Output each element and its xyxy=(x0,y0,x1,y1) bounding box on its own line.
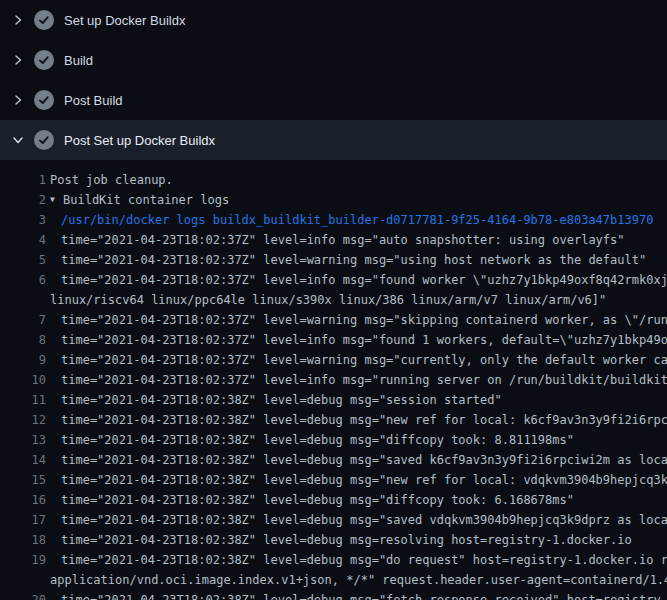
log-line-text: time="2021-04-23T18:02:37Z" level=warnin… xyxy=(61,310,667,330)
log-line: 17 time="2021-04-23T18:02:38Z" level=deb… xyxy=(0,510,667,530)
step-row-post-build[interactable]: Post Build xyxy=(0,80,667,120)
log-line-number[interactable]: 4 xyxy=(0,230,46,250)
log-line-text: time="2021-04-23T18:02:38Z" level=debug … xyxy=(61,490,667,510)
log-line: 1 Post job cleanup. xyxy=(0,170,667,190)
log-line: 13 time="2021-04-23T18:02:38Z" level=deb… xyxy=(0,430,667,450)
log-line-text[interactable]: BuildKit container logs xyxy=(63,190,667,210)
log-line-text: time="2021-04-23T18:02:37Z" level=info m… xyxy=(61,270,667,290)
log-line: 5 time="2021-04-23T18:02:37Z" level=warn… xyxy=(0,250,667,270)
log-line-text: time="2021-04-23T18:02:38Z" level=debug … xyxy=(61,430,667,450)
log-line-text: time="2021-04-23T18:02:37Z" level=warnin… xyxy=(61,350,667,370)
log-line: 15 time="2021-04-23T18:02:38Z" level=deb… xyxy=(0,470,667,490)
check-circle-icon xyxy=(34,130,54,150)
log-line-number[interactable]: 19 xyxy=(0,550,46,570)
log-line-text: time="2021-04-23T18:02:38Z" level=debug … xyxy=(61,530,667,550)
log-line-text: time="2021-04-23T18:02:38Z" level=debug … xyxy=(61,510,667,530)
check-circle-icon xyxy=(34,10,54,30)
log-line-text: application/vnd.oci.image.index.v1+json,… xyxy=(50,570,667,590)
step-label: Build xyxy=(64,53,93,68)
log-line: 16 time="2021-04-23T18:02:38Z" level=deb… xyxy=(0,490,667,510)
step-label: Post Build xyxy=(64,93,123,108)
log-line: 9 time="2021-04-23T18:02:37Z" level=warn… xyxy=(0,350,667,370)
log-line-text: time="2021-04-23T18:02:38Z" level=debug … xyxy=(61,410,667,430)
log-line-text: linux/riscv64 linux/ppc64le linux/s390x … xyxy=(50,290,667,310)
check-circle-icon xyxy=(34,90,54,110)
log-line-number[interactable]: 9 xyxy=(0,350,46,370)
log-line-number[interactable]: 15 xyxy=(0,470,46,490)
log-line: 3 /usr/bin/docker logs buildx_buildkit_b… xyxy=(0,210,667,230)
chevron-down-icon xyxy=(12,134,24,146)
log-line-text: time="2021-04-23T18:02:37Z" level=warnin… xyxy=(61,250,667,270)
step-row-post-set-up-docker-buildx[interactable]: Post Set up Docker Buildx xyxy=(0,120,667,160)
log-line-text: time="2021-04-23T18:02:37Z" level=info m… xyxy=(61,330,667,350)
log-line-number[interactable]: 5 xyxy=(0,250,46,270)
log-line-number[interactable]: 18 xyxy=(0,530,46,550)
collapse-triangle-icon[interactable]: ▼ xyxy=(50,190,60,210)
log-line: 18 time="2021-04-23T18:02:38Z" level=deb… xyxy=(0,530,667,550)
log-line-number[interactable]: 11 xyxy=(0,390,46,410)
log-line: 19 time="2021-04-23T18:02:38Z" level=deb… xyxy=(0,550,667,570)
log-line-number[interactable]: 14 xyxy=(0,450,46,470)
log-line-text: time="2021-04-23T18:02:38Z" level=debug … xyxy=(61,590,667,600)
log-line-text: time="2021-04-23T18:02:38Z" level=debug … xyxy=(61,390,667,410)
log-line-number[interactable]: 6 xyxy=(0,270,46,290)
log-line-number[interactable]: 8 xyxy=(0,330,46,350)
log-line-number[interactable] xyxy=(0,290,46,310)
log-line-number[interactable]: 16 xyxy=(0,490,46,510)
chevron-right-icon xyxy=(12,14,24,26)
log-line-number[interactable]: 2 xyxy=(0,190,46,210)
log-line: 12 time="2021-04-23T18:02:38Z" level=deb… xyxy=(0,410,667,430)
log-line-number[interactable]: 13 xyxy=(0,430,46,450)
log-line: 11 time="2021-04-23T18:02:38Z" level=deb… xyxy=(0,390,667,410)
log-line: 4 time="2021-04-23T18:02:37Z" level=info… xyxy=(0,230,667,250)
log-line: 8 time="2021-04-23T18:02:37Z" level=info… xyxy=(0,330,667,350)
chevron-right-icon xyxy=(12,94,24,106)
log-line-text: time="2021-04-23T18:02:38Z" level=debug … xyxy=(61,550,667,570)
check-circle-icon xyxy=(34,50,54,70)
log-line-text: time="2021-04-23T18:02:37Z" level=info m… xyxy=(61,230,667,250)
log-line-number[interactable]: 1 xyxy=(0,170,46,190)
log-line: 10 time="2021-04-23T18:02:37Z" level=inf… xyxy=(0,370,667,390)
log-viewer: 1 Post job cleanup. 2 ▼ BuildKit contain… xyxy=(0,160,667,600)
step-row-build[interactable]: Build xyxy=(0,40,667,80)
chevron-right-icon xyxy=(12,54,24,66)
log-line-number[interactable]: 3 xyxy=(0,210,46,230)
log-line: 14 time="2021-04-23T18:02:38Z" level=deb… xyxy=(0,450,667,470)
log-line: linux/riscv64 linux/ppc64le linux/s390x … xyxy=(0,290,667,310)
log-line: 20 time="2021-04-23T18:02:38Z" level=deb… xyxy=(0,590,667,600)
log-line: 2 ▼ BuildKit container logs xyxy=(0,190,667,210)
log-line-text: time="2021-04-23T18:02:37Z" level=info m… xyxy=(61,370,667,390)
log-line-number[interactable]: 12 xyxy=(0,410,46,430)
log-line: application/vnd.oci.image.index.v1+json,… xyxy=(0,570,667,590)
log-line-number[interactable]: 7 xyxy=(0,310,46,330)
log-line-text: /usr/bin/docker logs buildx_buildkit_bui… xyxy=(61,210,667,230)
log-line-text: time="2021-04-23T18:02:38Z" level=debug … xyxy=(61,450,667,470)
step-label: Post Set up Docker Buildx xyxy=(64,133,215,148)
steps-list: Set up Docker Buildx Build Post Build xyxy=(0,0,667,160)
log-line-text: Post job cleanup. xyxy=(50,170,667,190)
log-line: 6 time="2021-04-23T18:02:37Z" level=info… xyxy=(0,270,667,290)
log-line-text: time="2021-04-23T18:02:38Z" level=debug … xyxy=(61,470,667,490)
log-line-number[interactable]: 10 xyxy=(0,370,46,390)
step-label: Set up Docker Buildx xyxy=(64,13,185,28)
log-line-number[interactable] xyxy=(0,570,46,590)
log-line: 7 time="2021-04-23T18:02:37Z" level=warn… xyxy=(0,310,667,330)
log-line-number[interactable]: 17 xyxy=(0,510,46,530)
step-row-set-up-docker-buildx[interactable]: Set up Docker Buildx xyxy=(0,0,667,40)
log-line-number[interactable]: 20 xyxy=(0,590,46,600)
